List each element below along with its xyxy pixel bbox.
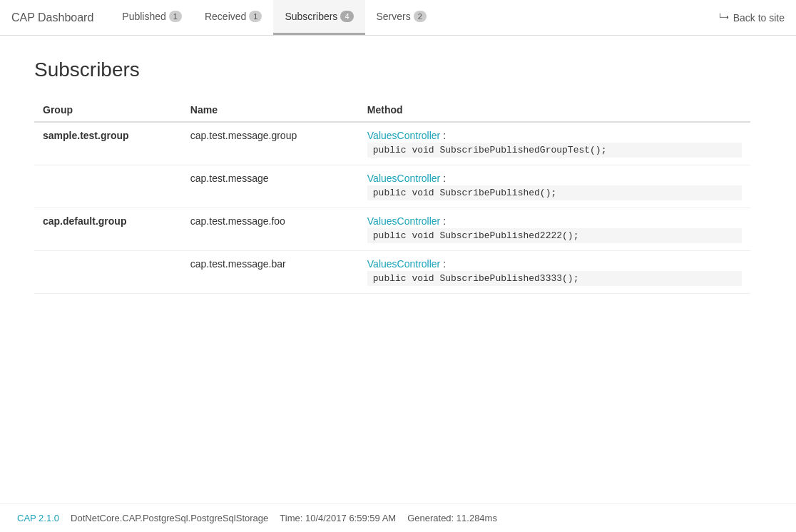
table-body: sample.test.groupcap.test.message.groupV… (34, 122, 750, 294)
cell-group: cap.default.group (34, 208, 182, 251)
cell-method: ValuesController :public void SubscribeP… (359, 122, 750, 165)
tab-servers-badge: 2 (414, 11, 427, 22)
method-code: public void SubscribePublished2222(); (367, 228, 742, 243)
tab-published[interactable]: Published 1 (111, 0, 193, 35)
nav-tabs: Published 1 Received 1 Subscribers 4 Ser… (111, 0, 718, 35)
main-content: Subscribers Group Name Method sample.tes… (0, 36, 785, 317)
brand-title[interactable]: CAP Dashboard (11, 11, 93, 24)
col-name: Name (182, 98, 359, 122)
col-method: Method (359, 98, 750, 122)
method-code: public void SubscribePublishedGroupTest(… (367, 143, 742, 158)
cell-group (34, 165, 182, 208)
method-code: public void SubscribePublished(); (367, 185, 742, 200)
page-title: Subscribers (34, 58, 750, 81)
tab-servers[interactable]: Servers 2 (365, 0, 438, 35)
table-row: cap.test.message.barValuesController :pu… (34, 251, 750, 294)
tab-subscribers-badge: 4 (340, 11, 353, 22)
cell-name: cap.test.message.group (182, 122, 359, 165)
cell-name: cap.test.message.bar (182, 251, 359, 294)
table-header: Group Name Method (34, 98, 750, 122)
tab-published-label: Published (122, 11, 166, 22)
cell-group (34, 251, 182, 294)
back-to-site-label: Back to site (733, 12, 785, 24)
table-header-row: Group Name Method (34, 98, 750, 122)
table-row: sample.test.groupcap.test.message.groupV… (34, 122, 750, 165)
table-row: cap.default.groupcap.test.message.fooVal… (34, 208, 750, 251)
navbar: CAP Dashboard Published 1 Received 1 Sub… (0, 0, 796, 36)
cell-method: ValuesController :public void SubscribeP… (359, 251, 750, 294)
tab-subscribers-label: Subscribers (285, 11, 337, 22)
back-to-site-button[interactable]: ⮡ Back to site (719, 12, 785, 24)
cell-name: cap.test.message (182, 165, 359, 208)
table-row: cap.test.messageValuesController :public… (34, 165, 750, 208)
method-controller: ValuesController : (367, 258, 742, 270)
cell-group: sample.test.group (34, 122, 182, 165)
cell-method: ValuesController :public void SubscribeP… (359, 208, 750, 251)
tab-received[interactable]: Received 1 (193, 0, 274, 35)
method-controller: ValuesController : (367, 215, 742, 227)
subscribers-table: Group Name Method sample.test.groupcap.t… (34, 98, 750, 294)
tab-subscribers[interactable]: Subscribers 4 (273, 0, 364, 35)
cell-name: cap.test.message.foo (182, 208, 359, 251)
tab-published-badge: 1 (169, 11, 182, 22)
tab-received-label: Received (205, 11, 246, 22)
method-controller: ValuesController : (367, 173, 742, 184)
back-icon: ⮡ (719, 12, 729, 24)
method-controller: ValuesController : (367, 130, 742, 141)
method-code: public void SubscribePublished3333(); (367, 271, 742, 286)
col-group: Group (34, 98, 182, 122)
cell-method: ValuesController :public void SubscribeP… (359, 165, 750, 208)
tab-servers-label: Servers (377, 11, 411, 22)
tab-received-badge: 1 (249, 11, 262, 22)
